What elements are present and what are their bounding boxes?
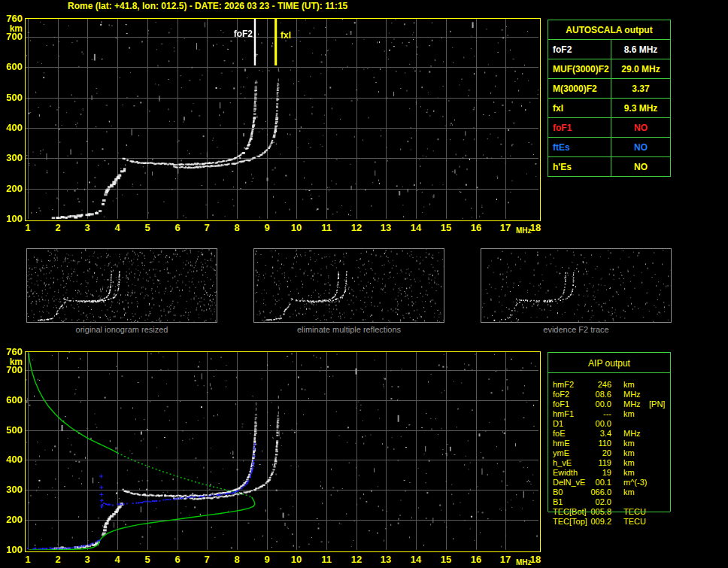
x-tick-label: 1 [17, 554, 39, 565]
x-tick-label: 5 [136, 222, 159, 233]
aip-row: Ewidth19km [548, 468, 670, 478]
aip-row-value: 02.0 [562, 497, 611, 506]
x-tick-label: 17 [494, 554, 517, 565]
x-tick-label: 1 [17, 222, 39, 233]
aip-row-value: 119 [562, 458, 611, 467]
x-tick-label: 10 [285, 222, 308, 233]
y-tick-label: 600 [2, 394, 23, 405]
y-tick-label: 300 [2, 484, 23, 495]
x-tick-label: 15 [435, 222, 457, 233]
aip-row: ymE20km [548, 448, 670, 458]
aip-row-unit: km [623, 448, 635, 457]
aip-row-unit: m^(-3) [623, 478, 647, 487]
autoscala-row-label: foF2 [548, 39, 611, 59]
y-tick-label: 300 [2, 152, 23, 163]
y-tick-label: 760 [2, 346, 23, 357]
x-tick-label: 16 [465, 554, 487, 565]
aip-row-value: 20 [562, 448, 611, 457]
autoscala-row-label: MUF(3000)F2 [548, 59, 611, 79]
x-tick-label: 14 [405, 554, 427, 565]
aip-row: hmE110km [548, 439, 670, 448]
x-tick-label: 15 [435, 554, 457, 565]
y-tick-label: 200 [2, 514, 23, 525]
aip-row-unit: km [623, 380, 635, 389]
aip-row-value: 19 [562, 468, 611, 477]
autoscala-output-table: AUTOSCALA output foF28.6 MHzMUF(3000)F22… [548, 20, 671, 177]
x-tick-label: 4 [106, 222, 129, 233]
y-tick-label: 760 [2, 13, 23, 24]
x-tick-label: 9 [256, 554, 278, 565]
y-tick-label: 700 [2, 31, 23, 42]
aip-row: h_vE119km [548, 458, 670, 468]
table-row: foF28.6 MHz [548, 39, 671, 59]
main-ionogram-plot [25, 18, 541, 221]
y-tick-label: 500 [2, 424, 23, 436]
thumbnail-evidence-canvas [481, 249, 671, 322]
aip-row: TEC[Top]009.2TECU [548, 517, 670, 527]
aip-row: hmF1---km [548, 409, 670, 419]
thumbnail-caption-2: eliminate multiple reflections [253, 325, 444, 334]
aip-bottom-border-line [548, 512, 670, 512]
aip-row-unit: TECU [623, 517, 646, 526]
aip-row-extra: [PN] [649, 399, 665, 409]
aip-row-value: 3.4 [562, 429, 611, 438]
x-tick-label: 8 [226, 554, 248, 565]
autoscala-row-value: 29.0 MHz [611, 59, 671, 79]
aip-row-value: 08.6 [562, 390, 611, 399]
aip-row-unit: MHz [623, 399, 641, 409]
x-tick-label: 8 [226, 222, 248, 233]
fof2-marker-label: foF2 [223, 29, 253, 39]
thumbnail-eliminate-canvas [254, 249, 444, 322]
aip-row-unit: MHz [623, 390, 641, 399]
aip-row-value: 00.0 [562, 399, 611, 409]
autoscala-row-value: NO [611, 156, 671, 177]
autoscala-window: Rome (lat: +41.8, lon: 012.5) - DATE: 20… [0, 0, 728, 568]
x-tick-label: 2 [47, 222, 69, 233]
aip-row: foE3.4MHz [548, 429, 670, 439]
x-tick-label: 17 [494, 222, 517, 233]
aip-row-unit: km [623, 458, 635, 467]
thumbnail-original-ionogram [26, 248, 217, 323]
y-tick-label: 600 [2, 61, 23, 72]
x-tick-label: 18 [524, 554, 547, 565]
autoscala-table-header: AUTOSCALA output [548, 20, 671, 40]
table-row: foF1NO [548, 117, 671, 138]
y-tick-label: 400 [2, 122, 23, 133]
thumbnail-eliminate-reflections [253, 248, 444, 323]
x-tick-label: 2 [47, 554, 69, 565]
thumbnail-caption-3: evidence F2 trace [481, 325, 672, 334]
x-tick-label: 4 [106, 554, 129, 565]
x-tick-label: 12 [345, 222, 368, 233]
aip-row: B102.0 [548, 497, 670, 507]
aip-row-value: 00.1 [562, 478, 611, 487]
autoscala-row-label: fxI [548, 98, 611, 118]
thumbnail-evidence-f2 [481, 248, 672, 323]
y-tick-label: 400 [2, 454, 23, 465]
y-tick-label: 200 [2, 183, 23, 194]
profile-ionogram-plot [25, 351, 541, 552]
table-row: M(3000)F23.37 [548, 78, 671, 99]
aip-row-value: 009.2 [562, 517, 611, 526]
y-tick-label: 700 [2, 364, 23, 375]
thumbnail-caption-1: original ionogram resized [26, 325, 217, 334]
x-tick-label: 6 [166, 554, 189, 565]
aip-row-unit: km [623, 439, 635, 448]
aip-output-table: AIP output hmF2246kmfoF208.6MHzfoF100.0M… [548, 352, 671, 512]
aip-row-unit: km [623, 488, 635, 497]
table-row: MUF(3000)F229.0 MHz [548, 59, 671, 79]
page-title: Rome (lat: +41.8, lon: 012.5) - DATE: 20… [68, 1, 347, 11]
autoscala-row-value: NO [611, 117, 671, 138]
x-tick-label: 5 [136, 554, 159, 565]
aip-row: DelN_vE00.1m^(-3) [548, 478, 670, 488]
aip-row: foF208.6MHz [548, 390, 670, 399]
x-tick-label: 3 [76, 554, 99, 565]
x-tick-label: 12 [345, 554, 368, 565]
aip-row-value: 066.0 [562, 488, 611, 497]
aip-row-value: --- [562, 409, 611, 418]
aip-row-unit: km [623, 409, 635, 418]
table-row: h'EsNO [548, 156, 671, 177]
aip-row-value: 110 [562, 439, 611, 448]
thumbnail-original-canvas [27, 249, 217, 322]
autoscala-row-label: h'Es [548, 156, 611, 177]
x-tick-label: 6 [166, 222, 189, 233]
